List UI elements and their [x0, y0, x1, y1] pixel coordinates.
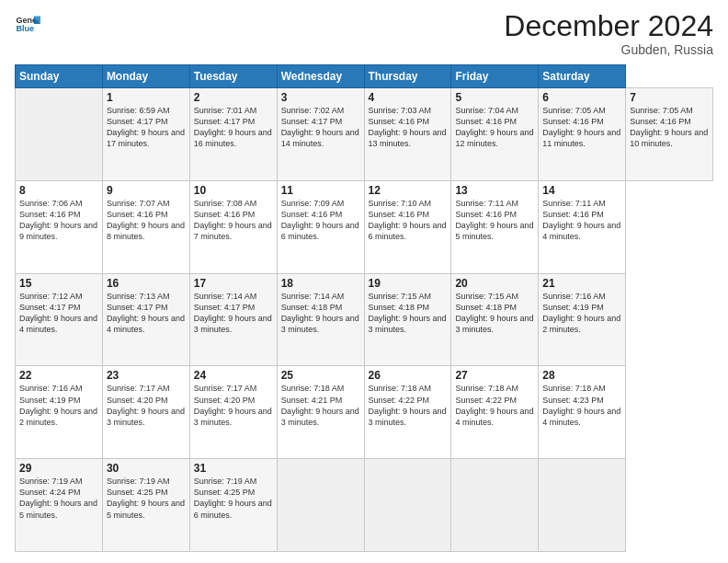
cell-info: Sunrise: 7:02 AMSunset: 4:17 PMDaylight:…	[281, 105, 360, 150]
cell-info: Sunrise: 7:11 AMSunset: 4:16 PMDaylight:…	[542, 198, 621, 243]
cell-info: Sunrise: 6:59 AMSunset: 4:17 PMDaylight:…	[107, 105, 186, 150]
calendar-cell: 2Sunrise: 7:01 AMSunset: 4:17 PMDaylight…	[189, 88, 277, 181]
column-header-monday: Monday	[102, 65, 189, 88]
cell-info: Sunrise: 7:18 AMSunset: 4:23 PMDaylight:…	[542, 383, 621, 428]
cell-info: Sunrise: 7:14 AMSunset: 4:17 PMDaylight:…	[194, 291, 273, 336]
cell-info: Sunrise: 7:18 AMSunset: 4:22 PMDaylight:…	[455, 383, 534, 428]
calendar-cell: 21Sunrise: 7:16 AMSunset: 4:19 PMDayligh…	[539, 273, 626, 366]
day-number: 1	[107, 91, 186, 104]
day-number: 31	[194, 462, 273, 475]
column-header-friday: Friday	[451, 65, 539, 88]
column-header-thursday: Thursday	[364, 65, 451, 88]
cell-info: Sunrise: 7:12 AMSunset: 4:17 PMDaylight:…	[19, 291, 98, 336]
calendar-week-5: 29Sunrise: 7:19 AMSunset: 4:24 PMDayligh…	[16, 459, 713, 552]
calendar-cell: 11Sunrise: 7:09 AMSunset: 4:16 PMDayligh…	[277, 180, 364, 273]
calendar-cell: 30Sunrise: 7:19 AMSunset: 4:25 PMDayligh…	[102, 459, 189, 552]
cell-info: Sunrise: 7:04 AMSunset: 4:16 PMDaylight:…	[455, 105, 534, 150]
calendar-cell: 13Sunrise: 7:11 AMSunset: 4:16 PMDayligh…	[451, 180, 539, 273]
day-number: 23	[107, 369, 186, 382]
cell-info: Sunrise: 7:17 AMSunset: 4:20 PMDaylight:…	[107, 383, 186, 428]
day-number: 19	[369, 277, 448, 290]
calendar-cell	[451, 459, 539, 552]
logo: General Blue	[15, 11, 40, 37]
day-number: 8	[19, 184, 98, 197]
day-number: 4	[369, 91, 448, 104]
day-number: 24	[194, 369, 273, 382]
calendar-cell: 20Sunrise: 7:15 AMSunset: 4:18 PMDayligh…	[451, 273, 539, 366]
day-number: 5	[455, 91, 534, 104]
logo-icon: General Blue	[15, 11, 40, 37]
cell-info: Sunrise: 7:19 AMSunset: 4:25 PMDaylight:…	[194, 476, 273, 521]
day-number: 14	[542, 184, 621, 197]
calendar-cell: 4Sunrise: 7:03 AMSunset: 4:16 PMDaylight…	[364, 88, 451, 181]
day-number: 12	[369, 184, 448, 197]
cell-info: Sunrise: 7:19 AMSunset: 4:24 PMDaylight:…	[19, 476, 98, 521]
column-header-tuesday: Tuesday	[189, 65, 277, 88]
day-number: 29	[19, 462, 98, 475]
calendar-cell: 28Sunrise: 7:18 AMSunset: 4:23 PMDayligh…	[539, 366, 626, 459]
calendar-cell: 25Sunrise: 7:18 AMSunset: 4:21 PMDayligh…	[277, 366, 364, 459]
cell-info: Sunrise: 7:19 AMSunset: 4:25 PMDaylight:…	[107, 476, 186, 521]
cell-info: Sunrise: 7:15 AMSunset: 4:18 PMDaylight:…	[455, 291, 534, 336]
day-number: 27	[455, 369, 534, 382]
calendar-cell: 26Sunrise: 7:18 AMSunset: 4:22 PMDayligh…	[364, 366, 451, 459]
day-number: 3	[281, 91, 360, 104]
cell-info: Sunrise: 7:18 AMSunset: 4:21 PMDaylight:…	[281, 383, 360, 428]
cell-info: Sunrise: 7:05 AMSunset: 4:16 PMDaylight:…	[542, 105, 621, 150]
calendar-cell: 14Sunrise: 7:11 AMSunset: 4:16 PMDayligh…	[539, 180, 626, 273]
day-number: 9	[107, 184, 186, 197]
calendar-cell: 19Sunrise: 7:15 AMSunset: 4:18 PMDayligh…	[364, 273, 451, 366]
calendar-cell: 23Sunrise: 7:17 AMSunset: 4:20 PMDayligh…	[102, 366, 189, 459]
calendar-cell: 24Sunrise: 7:17 AMSunset: 4:20 PMDayligh…	[189, 366, 277, 459]
calendar-cell	[16, 88, 103, 181]
calendar-cell: 27Sunrise: 7:18 AMSunset: 4:22 PMDayligh…	[451, 366, 539, 459]
cell-info: Sunrise: 7:11 AMSunset: 4:16 PMDaylight:…	[455, 198, 534, 243]
cell-info: Sunrise: 7:10 AMSunset: 4:16 PMDaylight:…	[369, 198, 448, 243]
calendar-cell: 29Sunrise: 7:19 AMSunset: 4:24 PMDayligh…	[16, 459, 103, 552]
title-block: December 2024 Gubden, Russia	[504, 11, 713, 57]
cell-info: Sunrise: 7:16 AMSunset: 4:19 PMDaylight:…	[542, 291, 621, 336]
day-number: 6	[542, 91, 621, 104]
day-number: 28	[542, 369, 621, 382]
cell-info: Sunrise: 7:06 AMSunset: 4:16 PMDaylight:…	[19, 198, 98, 243]
day-number: 22	[19, 369, 98, 382]
cell-info: Sunrise: 7:15 AMSunset: 4:18 PMDaylight:…	[369, 291, 448, 336]
month-title: December 2024	[504, 11, 713, 40]
calendar-cell: 18Sunrise: 7:14 AMSunset: 4:18 PMDayligh…	[277, 273, 364, 366]
cell-info: Sunrise: 7:17 AMSunset: 4:20 PMDaylight:…	[194, 383, 273, 428]
location: Gubden, Russia	[504, 42, 713, 57]
header: General Blue December 2024 Gubden, Russi…	[15, 11, 713, 57]
calendar-cell: 22Sunrise: 7:16 AMSunset: 4:19 PMDayligh…	[16, 366, 103, 459]
calendar-cell: 6Sunrise: 7:05 AMSunset: 4:16 PMDaylight…	[539, 88, 626, 181]
cell-info: Sunrise: 7:08 AMSunset: 4:16 PMDaylight:…	[194, 198, 273, 243]
cell-info: Sunrise: 7:05 AMSunset: 4:16 PMDaylight:…	[630, 105, 709, 150]
day-number: 11	[281, 184, 360, 197]
day-number: 10	[194, 184, 273, 197]
calendar-cell: 31Sunrise: 7:19 AMSunset: 4:25 PMDayligh…	[189, 459, 277, 552]
cell-info: Sunrise: 7:13 AMSunset: 4:17 PMDaylight:…	[107, 291, 186, 336]
calendar-table: SundayMondayTuesdayWednesdayThursdayFrid…	[15, 64, 713, 552]
column-header-sunday: Sunday	[16, 65, 103, 88]
day-number: 30	[107, 462, 186, 475]
day-number: 18	[281, 277, 360, 290]
day-number: 16	[107, 277, 186, 290]
calendar-cell: 1Sunrise: 6:59 AMSunset: 4:17 PMDaylight…	[102, 88, 189, 181]
cell-info: Sunrise: 7:16 AMSunset: 4:19 PMDaylight:…	[19, 383, 98, 428]
calendar-week-1: 1Sunrise: 6:59 AMSunset: 4:17 PMDaylight…	[16, 88, 713, 181]
cell-info: Sunrise: 7:09 AMSunset: 4:16 PMDaylight:…	[281, 198, 360, 243]
calendar-cell: 7Sunrise: 7:05 AMSunset: 4:16 PMDaylight…	[626, 88, 713, 181]
calendar-cell: 3Sunrise: 7:02 AMSunset: 4:17 PMDaylight…	[277, 88, 364, 181]
calendar-cell: 8Sunrise: 7:06 AMSunset: 4:16 PMDaylight…	[16, 180, 103, 273]
calendar-week-4: 22Sunrise: 7:16 AMSunset: 4:19 PMDayligh…	[16, 366, 713, 459]
calendar-cell: 15Sunrise: 7:12 AMSunset: 4:17 PMDayligh…	[16, 273, 103, 366]
calendar-cell: 9Sunrise: 7:07 AMSunset: 4:16 PMDaylight…	[102, 180, 189, 273]
day-number: 17	[194, 277, 273, 290]
day-number: 20	[455, 277, 534, 290]
column-header-saturday: Saturday	[539, 65, 626, 88]
calendar-header-row: SundayMondayTuesdayWednesdayThursdayFrid…	[16, 65, 713, 88]
cell-info: Sunrise: 7:18 AMSunset: 4:22 PMDaylight:…	[369, 383, 448, 428]
cell-info: Sunrise: 7:14 AMSunset: 4:18 PMDaylight:…	[281, 291, 360, 336]
calendar-week-2: 8Sunrise: 7:06 AMSunset: 4:16 PMDaylight…	[16, 180, 713, 273]
calendar-cell: 10Sunrise: 7:08 AMSunset: 4:16 PMDayligh…	[189, 180, 277, 273]
calendar-body: 1Sunrise: 6:59 AMSunset: 4:17 PMDaylight…	[16, 88, 713, 552]
